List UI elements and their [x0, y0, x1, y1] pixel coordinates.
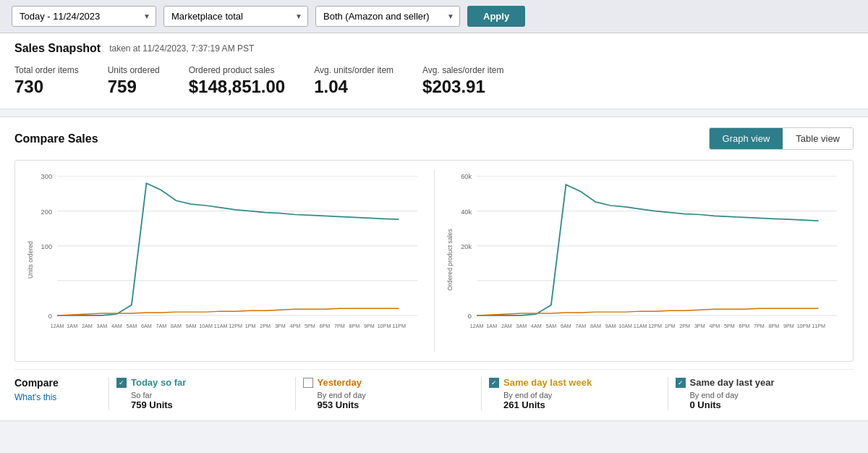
svg-text:11PM: 11PM	[812, 323, 825, 329]
metric-label: Ordered product sales	[189, 65, 285, 75]
svg-text:300: 300	[41, 174, 52, 181]
legend-item-header: Same day last week	[489, 377, 660, 388]
legend-value: 0 Units	[690, 399, 847, 410]
legend-item-header: Today so far	[116, 377, 288, 388]
svg-text:5AM: 5AM	[127, 323, 137, 329]
compare-title: Compare Sales	[14, 132, 98, 145]
svg-text:40k: 40k	[461, 208, 472, 216]
marketplace-select[interactable]: Marketplace total	[163, 6, 308, 27]
legend-checkbox[interactable]	[303, 378, 313, 388]
metric-item: Total order items 730	[14, 65, 79, 97]
svg-text:4AM: 4AM	[530, 323, 541, 329]
svg-text:7PM: 7PM	[754, 323, 765, 329]
graph-view-button[interactable]: Graph view	[710, 128, 783, 149]
legend-checkbox[interactable]	[489, 378, 499, 388]
legend-item: Same day last week By end of day 261 Uni…	[481, 377, 668, 410]
svg-text:Units ordered: Units ordered	[27, 241, 34, 279]
svg-text:11PM: 11PM	[392, 323, 406, 329]
svg-text:11AM: 11AM	[214, 323, 228, 329]
svg-text:7AM: 7AM	[575, 323, 586, 329]
svg-text:1AM: 1AM	[486, 323, 497, 329]
svg-text:0: 0	[467, 313, 471, 320]
metric-value: 730	[14, 77, 79, 97]
svg-text:8PM: 8PM	[768, 323, 779, 329]
svg-text:2PM: 2PM	[679, 323, 690, 329]
legend-checkbox[interactable]	[676, 378, 686, 388]
legend-sub: By end of day	[503, 391, 660, 399]
metric-item: Units ordered 759	[108, 65, 160, 97]
svg-text:7AM: 7AM	[156, 323, 167, 329]
svg-text:12PM: 12PM	[648, 323, 662, 329]
legend-item: Same day last year By end of day 0 Units	[668, 377, 854, 410]
svg-text:6AM: 6AM	[561, 323, 571, 329]
svg-text:12AM: 12AM	[51, 323, 64, 329]
legend-item-header: Yesterday	[303, 377, 475, 388]
legend-checkbox[interactable]	[116, 378, 127, 388]
legend-sub: So far	[131, 391, 288, 399]
metric-value: 1.04	[314, 77, 393, 97]
fulfillment-select[interactable]: Both (Amazon and seller)	[315, 6, 460, 27]
compare-header: Compare Sales Graph view Table view	[14, 127, 854, 150]
svg-text:20k: 20k	[461, 243, 472, 250]
svg-text:0: 0	[48, 313, 52, 320]
svg-text:200: 200	[41, 208, 52, 216]
compare-label-section: Compare What's this	[14, 377, 109, 402]
compare-legend: Compare What's this Today so far So far …	[14, 369, 854, 410]
svg-text:3PM: 3PM	[275, 323, 286, 329]
svg-text:Ordered product sales: Ordered product sales	[446, 229, 454, 291]
legend-item-header: Same day last year	[676, 377, 847, 388]
metric-item: Ordered product sales $148,851.00	[189, 65, 285, 97]
svg-text:8AM: 8AM	[590, 323, 601, 329]
svg-text:3PM: 3PM	[694, 323, 705, 329]
metric-item: Avg. units/order item 1.04	[314, 65, 393, 97]
sales-chart-svg: 60k 40k 20k 0 Ordered product sales 12AM…	[443, 169, 845, 350]
toolbar: Today - 11/24/2023 ▼ Marketplace total ▼…	[0, 0, 868, 33]
metric-label: Avg. sales/order item	[422, 65, 504, 75]
svg-text:9AM: 9AM	[186, 323, 197, 329]
svg-text:6AM: 6AM	[141, 323, 152, 329]
snapshot-title: Sales Snapshot	[14, 42, 101, 55]
date-select[interactable]: Today - 11/24/2023	[12, 6, 156, 27]
svg-text:8PM: 8PM	[349, 323, 360, 329]
svg-text:3AM: 3AM	[516, 323, 527, 329]
svg-text:11AM: 11AM	[633, 323, 647, 329]
charts-row: 300 200 100 0 Units ordered 12AM 1AM 2AM…	[14, 160, 854, 362]
legend-items-row: Today so far So far 759 Units Yesterday …	[109, 377, 854, 410]
svg-text:6PM: 6PM	[319, 323, 330, 329]
units-chart-container: 300 200 100 0 Units ordered 12AM 1AM 2AM…	[24, 169, 425, 352]
legend-name: Yesterday	[318, 377, 362, 388]
metric-value: 759	[108, 77, 160, 97]
metric-label: Units ordered	[108, 65, 160, 75]
marketplace-select-wrapper: Marketplace total ▼	[163, 6, 308, 27]
date-select-wrapper: Today - 11/24/2023 ▼	[12, 6, 156, 27]
svg-text:12AM: 12AM	[469, 323, 483, 329]
svg-text:10PM: 10PM	[378, 323, 391, 329]
svg-text:10PM: 10PM	[796, 323, 810, 329]
svg-text:4PM: 4PM	[709, 323, 720, 329]
snapshot-header: Sales Snapshot taken at 11/24/2023, 7:37…	[14, 42, 854, 55]
legend-value: 953 Units	[318, 399, 475, 410]
svg-text:5AM: 5AM	[545, 323, 556, 329]
legend-name: Same day last year	[690, 377, 775, 388]
svg-text:9AM: 9AM	[605, 323, 616, 329]
table-view-button[interactable]: Table view	[783, 128, 853, 149]
svg-text:1PM: 1PM	[664, 323, 675, 329]
whats-this-link[interactable]: What's this	[14, 392, 56, 402]
svg-text:60k: 60k	[461, 174, 472, 181]
svg-text:10AM: 10AM	[199, 323, 213, 329]
view-toggle: Graph view Table view	[709, 127, 854, 150]
svg-text:12PM: 12PM	[229, 323, 242, 329]
sales-chart-container: 60k 40k 20k 0 Ordered product sales 12AM…	[443, 169, 845, 352]
units-chart-svg: 300 200 100 0 Units ordered 12AM 1AM 2AM…	[24, 169, 425, 350]
legend-value: 759 Units	[131, 399, 288, 410]
snapshot-timestamp: taken at 11/24/2023, 7:37:19 AM PST	[109, 43, 254, 54]
svg-text:1PM: 1PM	[245, 323, 256, 329]
legend-item: Yesterday By end of day 953 Units	[295, 377, 482, 410]
metric-value: $203.91	[422, 77, 504, 97]
svg-text:1AM: 1AM	[67, 323, 77, 329]
apply-button[interactable]: Apply	[467, 6, 525, 27]
fulfillment-select-wrapper: Both (Amazon and seller) ▼	[315, 6, 460, 27]
svg-text:5PM: 5PM	[723, 323, 734, 329]
chart-divider	[434, 169, 435, 352]
svg-text:4AM: 4AM	[111, 323, 122, 329]
